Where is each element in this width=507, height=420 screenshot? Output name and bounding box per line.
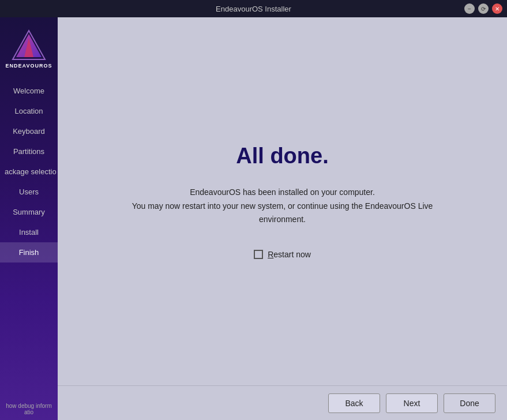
done-button[interactable]: Done — [444, 393, 495, 413]
sidebar: ENDEAVOUROS Welcome Location Keyboard Pa… — [0, 17, 58, 420]
minimize-button[interactable]: − — [464, 3, 475, 14]
app-window: EndeavourOS Installer − ⟳ ✕ — [0, 0, 507, 420]
close-icon: ✕ — [495, 6, 500, 12]
sidebar-item-finish[interactable]: Finish — [0, 242, 58, 262]
sidebar-item-location[interactable]: Location — [0, 101, 58, 121]
sidebar-item-partitions[interactable]: Partitions — [0, 141, 58, 162]
window-body: ENDEAVOUROS Welcome Location Keyboard Pa… — [0, 17, 507, 420]
restore-icon: ⟳ — [481, 6, 486, 12]
logo-area: ENDEAVOUROS — [6, 23, 52, 75]
logo-text: ENDEAVOUROS — [6, 63, 52, 69]
restart-checkbox[interactable] — [254, 250, 263, 259]
close-button[interactable]: ✕ — [492, 3, 502, 14]
done-title: All done. — [236, 144, 328, 168]
sidebar-item-install[interactable]: Install — [0, 222, 58, 242]
window-title: EndeavourOS Installer — [216, 5, 291, 13]
restart-row: Restart now — [254, 250, 311, 259]
next-button[interactable]: Next — [386, 393, 438, 413]
sidebar-item-package-selection[interactable]: ackage selectio — [0, 162, 58, 182]
restore-button[interactable]: ⟳ — [478, 3, 489, 14]
restart-label[interactable]: Restart now — [268, 250, 311, 259]
debug-info-link[interactable]: how debug informatio — [5, 403, 53, 415]
sidebar-bottom: how debug informatio — [0, 398, 58, 420]
sidebar-nav: Welcome Location Keyboard Partitions ack… — [0, 81, 58, 262]
window-controls: − ⟳ ✕ — [464, 3, 502, 14]
main-content: All done. EndeavourOS has been installed… — [58, 17, 507, 420]
titlebar: EndeavourOS Installer − ⟳ ✕ — [0, 0, 507, 17]
minimize-icon: − — [468, 6, 471, 12]
footer-bar: Back Next Done — [58, 385, 507, 420]
back-button[interactable]: Back — [328, 393, 380, 413]
endeavouros-logo — [12, 29, 46, 61]
content-area: All done. EndeavourOS has been installed… — [58, 17, 507, 385]
done-message: EndeavourOS has been installed on your c… — [121, 186, 444, 227]
sidebar-item-summary[interactable]: Summary — [0, 202, 58, 222]
sidebar-item-users[interactable]: Users — [0, 182, 58, 202]
sidebar-item-keyboard[interactable]: Keyboard — [0, 121, 58, 141]
sidebar-item-welcome[interactable]: Welcome — [0, 81, 58, 101]
